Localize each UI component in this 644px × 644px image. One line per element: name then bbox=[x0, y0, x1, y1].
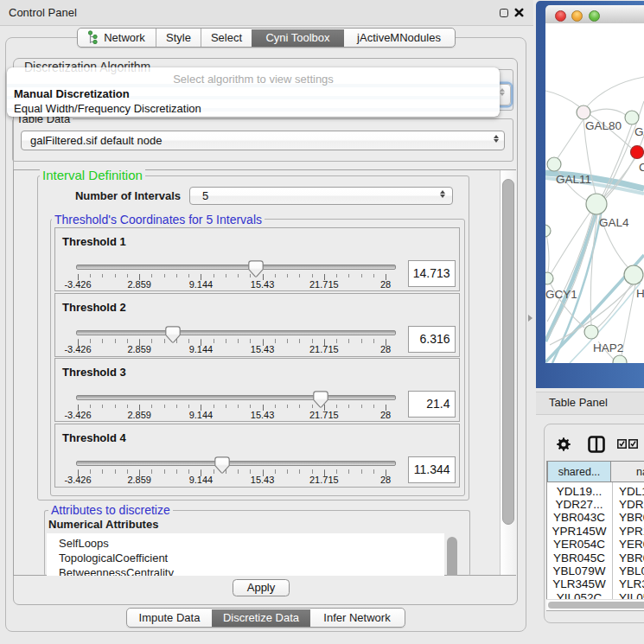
svg-text:GAL80: GAL80 bbox=[585, 119, 622, 132]
svg-text:HAP2: HAP2 bbox=[593, 341, 623, 354]
svg-text:GA: GA bbox=[634, 125, 644, 138]
svg-text:GAL11: GAL11 bbox=[556, 173, 591, 186]
svg-text:C: C bbox=[639, 161, 644, 174]
svg-text:H: H bbox=[636, 287, 644, 300]
svg-text:GCY1: GCY1 bbox=[545, 288, 577, 301]
svg-text:GAL4: GAL4 bbox=[599, 216, 629, 229]
